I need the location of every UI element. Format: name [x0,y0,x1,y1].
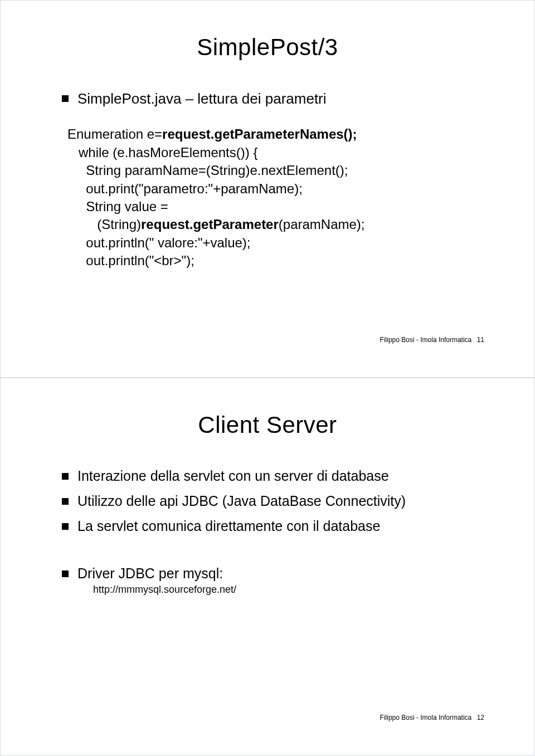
code-line: (String) [67,217,141,232]
bullet-item: SimplePost.java – lettura dei parametri [62,89,490,109]
slide-title: SimplePost/3 [45,34,490,61]
bullet-list: SimplePost.java – lettura dei parametri [45,89,490,109]
slide-footer: Filippo Bosi - Imola Informatica 12 [380,714,484,721]
spacer [45,542,490,564]
slide-11: SimplePost/3 SimplePost.java – lettura d… [0,0,535,378]
code-line: out.print("parametro:"+paramName); [67,181,303,196]
code-line: while (e.hasMoreElements()) { [67,145,257,160]
bullet-item: Driver JDBC per mysql: http://mmmysql.so… [62,564,490,596]
bullet-item: La servlet comunica direttamente con il … [62,516,490,536]
slide-footer: Filippo Bosi - Imola Informatica 11 [380,336,484,344]
bullet-subtext: http://mmmysql.sourceforge.net/ [77,583,490,596]
bullet-list: Interazione della servlet con un server … [45,466,490,536]
footer-author: Filippo Bosi - Imola Informatica [380,714,472,721]
code-line: String value = [67,199,168,214]
code-block: Enumeration e=request.getParameterNames(… [45,125,490,270]
footer-page-number: 12 [477,714,484,721]
bullet-text: Driver JDBC per mysql: [77,565,223,581]
code-line: out.println("<br>"); [67,253,194,268]
code-line: String paramName=(String)e.nextElement()… [67,163,348,178]
bullet-item: Interazione della servlet con un server … [62,466,490,486]
code-line-bold: request.getParameterNames(); [162,126,357,142]
slide-12: Client Server Interazione della servlet … [0,378,535,755]
bullet-list: Driver JDBC per mysql: http://mmmysql.so… [45,564,490,596]
code-line: (paramName); [279,217,365,232]
footer-page-number: 11 [477,336,484,344]
slide-title: Client Server [45,412,490,438]
code-line: out.println(" valore:"+value); [67,235,251,250]
code-line-bold: request.getParameter [141,217,279,232]
footer-author: Filippo Bosi - Imola Informatica [380,336,472,344]
code-line: Enumeration e= [67,126,162,142]
bullet-item: Utilizzo delle api JDBC (Java DataBase C… [62,491,490,511]
